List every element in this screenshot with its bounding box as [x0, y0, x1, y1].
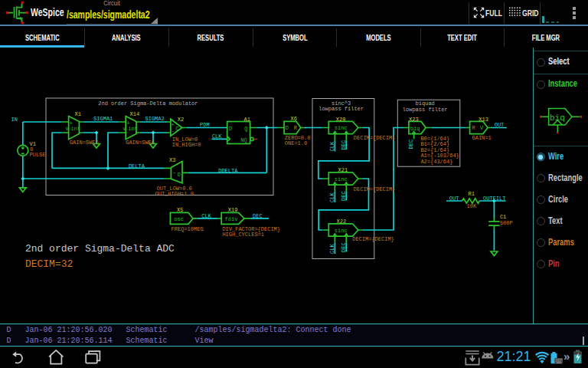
- svg-text:GAIN=SWE6: GAIN=SWE6: [126, 140, 155, 146]
- svg-text:DECIM={DECIM}: DECIM={DECIM}: [354, 135, 396, 141]
- svg-text:CLK: CLK: [212, 133, 222, 140]
- svg-text:X6: X6: [291, 116, 297, 122]
- svg-text:biq: biq: [410, 126, 420, 132]
- svg-text:X22: X22: [337, 219, 347, 225]
- svg-text:fdiv: fdiv: [225, 216, 238, 222]
- svg-text:X14: X14: [130, 111, 140, 117]
- svg-text:C: C: [176, 126, 179, 132]
- svg-text:SIGMA2: SIGMA2: [145, 116, 165, 122]
- svg-text:D: D: [229, 126, 232, 132]
- svg-text:A1: A1: [244, 117, 250, 123]
- svg-text:X1: X1: [75, 111, 81, 117]
- svg-text:DECIM={DECIM}: DECIM={DECIM}: [354, 186, 396, 192]
- svg-text:X3: X3: [169, 157, 175, 163]
- svg-text:D: D: [178, 172, 181, 178]
- svg-text:PDM: PDM: [200, 122, 210, 128]
- svg-text:-: -: [172, 128, 175, 134]
- svg-text:DEC: DEC: [408, 140, 414, 150]
- svg-text:CLK: CLK: [201, 213, 211, 219]
- svg-text:R: R: [294, 125, 298, 131]
- svg-text:DEC: DEC: [341, 242, 347, 252]
- svg-text:DEC: DEC: [341, 191, 347, 201]
- svg-text:FREQ=10MEG: FREQ=10MEG: [172, 226, 204, 232]
- svg-text:CLK: CLK: [329, 141, 335, 151]
- svg-text:lowpass filter: lowpass filter: [318, 106, 364, 112]
- svg-text:OUT_HIGH=1.0: OUT_HIGH=1.0: [155, 191, 194, 197]
- svg-text:2nd order Sigma-Delta ADC: 2nd order Sigma-Delta ADC: [25, 243, 175, 255]
- svg-text:OUT: OUT: [449, 196, 459, 202]
- svg-text:IN_HIGH=0: IN_HIGH=0: [172, 142, 201, 148]
- svg-text:CLK: CLK: [329, 192, 335, 202]
- svg-text:DEC: DEC: [253, 213, 263, 219]
- svg-text:ONE=1.0: ONE=1.0: [285, 140, 307, 146]
- svg-text:DEC: DEC: [341, 140, 347, 150]
- svg-text:V: V: [480, 125, 484, 131]
- svg-text:500P: 500P: [500, 220, 513, 226]
- svg-text:DECIM=32: DECIM=32: [25, 258, 73, 270]
- svg-text:X19: X19: [228, 207, 238, 213]
- svg-text:DDELTA: DDELTA: [218, 168, 238, 174]
- svg-text:GAIN=SWE6: GAIN=SWE6: [70, 140, 99, 146]
- svg-text:X23: X23: [409, 117, 419, 123]
- svg-text:lowpass filter: lowpass filter: [403, 107, 448, 113]
- svg-text:X20: X20: [336, 117, 346, 123]
- svg-text:Q: Q: [244, 126, 247, 132]
- svg-text:D: D: [286, 125, 289, 131]
- svg-text:A2={43/64}: A2={43/64}: [420, 159, 452, 165]
- svg-text:osc: osc: [174, 216, 184, 222]
- svg-text:GAIN=1: GAIN=1: [472, 135, 492, 141]
- svg-text:HIGH_CYCLES=1: HIGH_CYCLES=1: [222, 232, 264, 238]
- svg-text:SIGMA1: SIGMA1: [93, 116, 113, 122]
- svg-text:R1: R1: [469, 191, 475, 197]
- svg-text:CLK: CLK: [329, 244, 335, 254]
- svg-text:biq: biq: [550, 113, 565, 123]
- svg-text:DELTA: DELTA: [129, 163, 145, 169]
- svg-text:PULSE: PULSE: [30, 152, 46, 158]
- svg-text:NQ: NQ: [240, 137, 247, 143]
- svg-text:X5: X5: [177, 207, 183, 213]
- svg-text:OUTFILT: OUTFILT: [483, 196, 505, 202]
- svg-text:-: -: [172, 169, 175, 176]
- svg-text:X13: X13: [479, 117, 488, 123]
- svg-text:OUT: OUT: [495, 122, 505, 128]
- svg-text:R: R: [472, 125, 476, 131]
- svg-text:DECIM={DECIM}: DECIM={DECIM}: [352, 236, 394, 242]
- svg-text:10K: 10K: [467, 203, 477, 209]
- svg-text:2nd order Sigma-Delta modulato: 2nd order Sigma-Delta modulator: [98, 100, 198, 107]
- svg-text:X21: X21: [338, 167, 348, 173]
- svg-text:IN: IN: [11, 117, 18, 123]
- svg-text:X2: X2: [178, 117, 184, 123]
